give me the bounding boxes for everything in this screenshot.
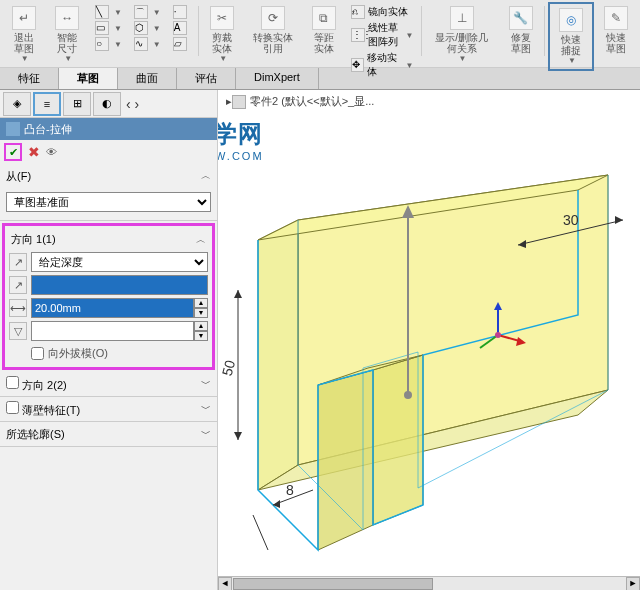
feature-manager-tabs: ◈ ≡ ⊞ ◐ ‹ › [0, 90, 217, 118]
expand-icon: ﹀ [201, 377, 211, 391]
draft-down[interactable]: ▼ [194, 331, 208, 341]
svg-marker-12 [234, 432, 242, 440]
svg-line-14 [253, 515, 268, 550]
tab-surfaces[interactable]: 曲面 [118, 68, 177, 89]
polygon-tool[interactable]: ⬡▼ [130, 20, 165, 36]
scroll-left[interactable]: ◄ [218, 577, 232, 590]
cancel-button[interactable]: ✖ [28, 144, 40, 160]
relations-icon: ⊥ [450, 6, 474, 30]
dimension-30: 30 [563, 212, 579, 228]
end-condition-select[interactable]: 给定深度 [31, 252, 208, 272]
preview-button[interactable]: 👁 [46, 146, 57, 158]
outward-draft-checkbox[interactable] [31, 347, 44, 360]
thin-feature-header[interactable]: 薄壁特征(T) ﹀ [0, 397, 217, 421]
depth-down[interactable]: ▼ [194, 308, 208, 318]
display-delete-button[interactable]: ⊥ 显示/删除几何关系 ▼ [425, 2, 498, 67]
depth-input[interactable] [31, 298, 194, 318]
point-tool[interactable]: · [169, 4, 194, 20]
command-tabs: 特征 草图 曲面 评估 DimXpert [0, 68, 640, 90]
text-tool[interactable]: A [169, 20, 194, 36]
smart-dim-icon: ↔ [55, 6, 79, 30]
selected-contours-section: 所选轮廓(S) ﹀ [0, 422, 217, 447]
direction2-section: 方向 2(2) ﹀ [0, 372, 217, 397]
tab-sketch[interactable]: 草图 [59, 68, 118, 89]
offset-icon: ⧉ [312, 6, 336, 30]
direction-vector-input[interactable] [31, 275, 208, 295]
scroll-thumb[interactable] [233, 578, 433, 590]
direction-arrow-icon[interactable]: ↗ [9, 276, 27, 294]
convert-entities-button[interactable]: ⟳ 转换实体引用 [245, 2, 301, 58]
plane-tool[interactable]: ▱ [169, 36, 194, 52]
svg-point-18 [404, 391, 412, 399]
direction1-label: 方向 1(1) [11, 232, 56, 247]
horizontal-scrollbar[interactable]: ◄ ► [218, 576, 640, 590]
tab-evaluate[interactable]: 评估 [177, 68, 236, 89]
feature-title-bar: 凸台-拉伸 [0, 118, 217, 140]
outward-draft-label: 向外拔模(O) [48, 346, 108, 361]
trim-entities-button[interactable]: ✂ 剪裁实体 ▼ [201, 2, 242, 67]
exit-sketch-button[interactable]: ↵ 退出草图 ▼ [3, 2, 44, 67]
svg-marker-1 [258, 220, 298, 490]
direction2-checkbox[interactable] [6, 376, 19, 389]
spline-tool[interactable]: ∿▼ [130, 36, 165, 52]
svg-point-24 [495, 332, 501, 338]
depth-up[interactable]: ▲ [194, 298, 208, 308]
direction2-header[interactable]: 方向 2(2) ﹀ [0, 372, 217, 396]
svg-marker-9 [615, 216, 623, 224]
svg-marker-5 [318, 370, 373, 550]
from-section-header[interactable]: 从(F) ︿ [0, 164, 217, 188]
move-entities-button[interactable]: ✥移动实体▼ [347, 50, 417, 80]
svg-marker-4 [373, 355, 423, 525]
line-tool[interactable]: ╲▼ [91, 4, 126, 20]
dimension-8: 8 [286, 482, 294, 498]
smart-dimension-button[interactable]: ↔ 智能尺寸 ▼ [46, 2, 87, 67]
quick-sketch-button[interactable]: ✎ 快速草图 [596, 2, 637, 58]
property-manager: ◈ ≡ ⊞ ◐ ‹ › 凸台-拉伸 ✔ ✖ 👁 从(F) ︿ 草图基准面 [0, 90, 218, 590]
3d-model-view[interactable]: 30 50 8 [218, 90, 640, 590]
watermark: 软件自学网 WWW.RJZXW.COM [218, 118, 264, 162]
arc-tool[interactable]: ⌒▼ [130, 4, 165, 20]
scroll-right[interactable]: ► [626, 577, 640, 590]
repair-icon: 🔧 [509, 6, 533, 30]
offset-entities-button[interactable]: ⧉ 等距实体 [303, 2, 344, 58]
linear-pattern-button[interactable]: ⋮⋮线性草图阵列▼ [347, 20, 417, 50]
quick-snap-button[interactable]: ◎ 快速捕捉 ▼ [548, 2, 593, 71]
tab-features[interactable]: 特征 [0, 68, 59, 89]
tab-dimxpert[interactable]: DimXpert [236, 68, 319, 89]
rect-tool[interactable]: ▭▼ [91, 20, 126, 36]
fm-tab-4[interactable]: ◐ [93, 92, 121, 116]
collapse-icon: ︿ [201, 169, 211, 183]
sketch-tools-group: ╲▼ ▭▼ ○▼ [89, 2, 128, 54]
fm-tab-2[interactable]: ≡ [33, 92, 61, 116]
reverse-direction-icon[interactable]: ↗ [9, 253, 27, 271]
quick-sketch-icon: ✎ [604, 6, 628, 30]
from-plane-select[interactable]: 草图基准面 [6, 192, 211, 212]
graphics-viewport[interactable]: ▸ 零件2 (默认<<默认>_显... 软件自学网 WWW.RJZXW.COM [218, 90, 640, 590]
exit-sketch-icon: ↵ [12, 6, 36, 30]
draft-input[interactable] [31, 321, 194, 341]
depth-icon: ⟷ [9, 299, 27, 317]
fm-tab-3[interactable]: ⊞ [63, 92, 91, 116]
fm-tab-1[interactable]: ◈ [3, 92, 31, 116]
draft-up[interactable]: ▲ [194, 321, 208, 331]
ok-button[interactable]: ✔ [4, 143, 22, 161]
sketch-tools-group3: · A ▱ [167, 2, 196, 54]
trim-icon: ✂ [210, 6, 234, 30]
repair-sketch-button[interactable]: 🔧 修复草图 [500, 2, 541, 58]
mirror-entities-button[interactable]: ⎌镜向实体 [347, 4, 417, 20]
collapse-icon: ︿ [196, 233, 206, 247]
expand-icon: ﹀ [201, 427, 211, 441]
expand-icon: ﹀ [201, 402, 211, 416]
thin-feature-checkbox[interactable] [6, 401, 19, 414]
draft-icon[interactable]: ▽ [9, 322, 27, 340]
extrude-icon [6, 122, 20, 136]
snap-icon: ◎ [559, 8, 583, 32]
svg-marker-11 [234, 290, 242, 298]
direction1-section: 方向 1(1) ︿ ↗ 给定深度 ↗ ⟷ ▲ ▼ [2, 223, 215, 370]
chevron-down-icon: ▼ [21, 54, 29, 63]
circle-tool[interactable]: ○▼ [91, 36, 126, 52]
from-section: 从(F) ︿ 草图基准面 [0, 164, 217, 221]
convert-icon: ⟳ [261, 6, 285, 30]
fm-nav-arrows[interactable]: ‹ › [126, 96, 139, 112]
selected-contours-header[interactable]: 所选轮廓(S) ﹀ [0, 422, 217, 446]
